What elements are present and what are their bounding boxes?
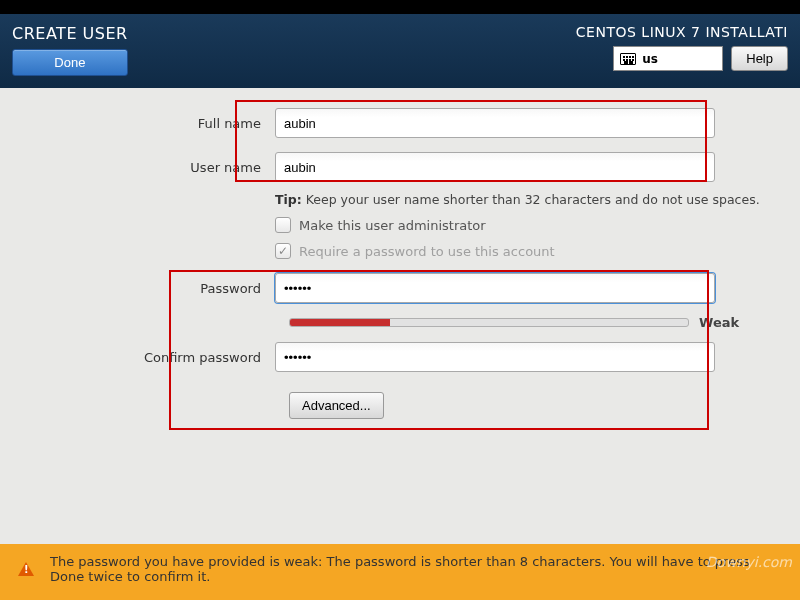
- done-button[interactable]: Done: [12, 49, 128, 76]
- page-title: CREATE USER: [12, 24, 128, 43]
- require-password-checkbox: [275, 243, 291, 259]
- confirm-password-label: Confirm password: [40, 350, 275, 365]
- fullname-input[interactable]: [275, 108, 715, 138]
- keyboard-layout-indicator[interactable]: us: [613, 46, 723, 71]
- warning-bar: The password you have provided is weak: …: [0, 544, 800, 600]
- installer-title: CENTOS LINUX 7 INSTALLATI: [576, 24, 788, 40]
- require-password-row: Require a password to use this account: [275, 243, 760, 259]
- help-button[interactable]: Help: [731, 46, 788, 71]
- require-password-label: Require a password to use this account: [299, 244, 555, 259]
- admin-check-row[interactable]: Make this user administrator: [275, 217, 760, 233]
- window-top-border: [0, 0, 800, 14]
- fullname-label: Full name: [40, 116, 275, 131]
- password-strength-label: Weak: [699, 315, 739, 330]
- advanced-button[interactable]: Advanced...: [289, 392, 384, 419]
- keyboard-icon: [620, 53, 636, 65]
- username-label: User name: [40, 160, 275, 175]
- password-strength-meter: [289, 318, 689, 327]
- password-label: Password: [40, 281, 275, 296]
- password-input[interactable]: [275, 273, 715, 303]
- header-bar: CREATE USER Done CENTOS LINUX 7 INSTALLA…: [0, 14, 800, 88]
- warning-text: The password you have provided is weak: …: [50, 554, 782, 584]
- tip-text: Keep your user name shorter than 32 char…: [306, 192, 760, 207]
- tip-prefix: Tip:: [275, 192, 302, 207]
- admin-checkbox[interactable]: [275, 217, 291, 233]
- admin-checkbox-label: Make this user administrator: [299, 218, 486, 233]
- password-strength-fill: [290, 319, 390, 326]
- keyboard-layout-label: us: [642, 52, 658, 66]
- warning-icon: [18, 562, 34, 576]
- form-area: Full name User name Tip: Keep your user …: [0, 88, 800, 544]
- username-input[interactable]: [275, 152, 715, 182]
- confirm-password-input[interactable]: [275, 342, 715, 372]
- username-tip: Tip: Keep your user name shorter than 32…: [275, 192, 760, 207]
